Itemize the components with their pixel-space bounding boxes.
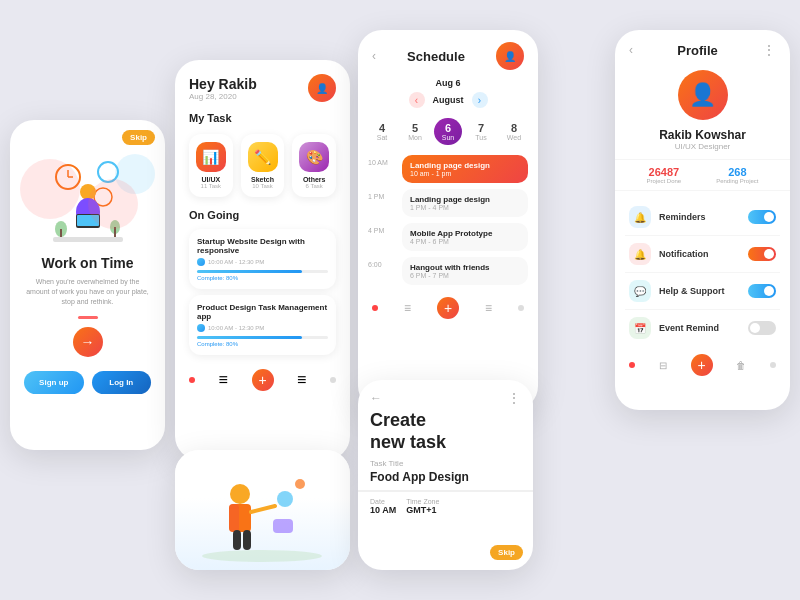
prev-month-button[interactable]: ‹ <box>409 92 425 108</box>
help-label: Help & Support <box>659 286 725 296</box>
task-card-sketch[interactable]: ✏️ Sketch 10 Task <box>241 134 285 197</box>
svg-line-18 <box>251 506 275 512</box>
ongoing-card-2[interactable]: Product Design Task Management app 10:00… <box>189 295 336 355</box>
uiux-label: UI/UX <box>195 176 227 183</box>
footer-red-dot <box>372 305 378 311</box>
task-date: Date 10 AM <box>370 498 396 515</box>
slot-card-mobile[interactable]: Mobile App Prototype 4 PM - 6 PM <box>402 223 528 251</box>
svg-rect-13 <box>53 237 123 242</box>
pending-projects-label: Pending Project <box>716 178 758 184</box>
progress-dot <box>78 316 98 319</box>
event-icon: 📅 <box>629 317 651 339</box>
date-7-tus[interactable]: 7 Tus <box>467 118 495 145</box>
footer-dot2 <box>518 305 524 311</box>
add-schedule-button[interactable]: + <box>437 297 459 319</box>
notification-label: Notification <box>659 249 709 259</box>
slot-10am: 10 AM Landing page design 10 am - 1 pm <box>368 155 528 183</box>
date-6-sun[interactable]: 6 Sun <box>434 118 462 145</box>
my-task-screen: Hey Rakib Aug 28, 2020 👤 My Task 📊 UI/UX… <box>175 60 350 460</box>
create-task-skip[interactable]: Skip <box>490 545 523 560</box>
signup-button[interactable]: Sign up <box>24 371 84 394</box>
help-support-row[interactable]: 💬 Help & Support <box>625 273 780 310</box>
schedule-screen: ‹ Schedule 👤 Aug 6 ‹ August › 4 Sat 5 Mo… <box>358 30 538 410</box>
illustration-screen <box>175 450 350 570</box>
svg-rect-23 <box>273 519 293 533</box>
event-toggle[interactable] <box>748 321 776 335</box>
help-icon: 💬 <box>629 280 651 302</box>
schedule-list: 10 AM Landing page design 10 am - 1 pm 1… <box>358 155 538 285</box>
notification-row[interactable]: 🔔 Notification <box>625 236 780 273</box>
hero-illustration <box>10 149 165 249</box>
time-1pm: 1 PM <box>368 189 396 200</box>
slot-card-hangout[interactable]: Hangout with friends 6 PM - 7 PM <box>402 257 528 285</box>
progress-bg-2 <box>197 336 328 339</box>
login-button[interactable]: Log In <box>92 371 152 394</box>
svg-rect-20 <box>243 530 251 550</box>
slot-card-landing-1[interactable]: Landing page design 10 am - 1 pm <box>402 155 528 183</box>
projects-done-value: 26487 <box>646 166 681 178</box>
slot-time-1: 10 am - 1 pm <box>410 170 520 177</box>
others-label: Others <box>298 176 330 183</box>
projects-done-label: Project Done <box>646 178 681 184</box>
user-avatar[interactable]: 👤 <box>308 74 336 102</box>
screen1-description: When you're overwhelmed by the amount of… <box>10 271 165 312</box>
svg-rect-17 <box>229 504 239 532</box>
slot-4pm: 4 PM Mobile App Prototype 4 PM - 6 PM <box>368 223 528 251</box>
svg-point-22 <box>295 479 305 489</box>
ongoing-card-1[interactable]: Startup Website Design with responsive 1… <box>189 229 336 289</box>
svg-point-21 <box>277 491 293 507</box>
work-on-time-screen: Skip Work on Time <box>10 120 165 450</box>
skip-button[interactable]: Skip <box>122 130 155 145</box>
footer-icon1: ⊟ <box>659 360 667 371</box>
profile-header: ‹ Profile ⋮ <box>615 30 790 62</box>
schedule-footer: ≡ + ≡ <box>358 291 538 325</box>
slot-card-landing-2[interactable]: Landing page design 1 PM - 4 PM <box>402 189 528 217</box>
reminders-row[interactable]: 🔔 Reminders <box>625 199 780 236</box>
profile-screen: ‹ Profile ⋮ 👤 Rakib Kowshar UI/UX Design… <box>615 30 790 410</box>
svg-point-15 <box>230 484 250 504</box>
others-count: 6 Task <box>298 183 330 189</box>
slot-time-3: 4 PM - 6 PM <box>410 238 520 245</box>
create-task-back[interactable]: ← <box>370 391 382 405</box>
date-5-mon[interactable]: 5 Mon <box>401 118 429 145</box>
slot-title-2: Landing page design <box>410 195 520 204</box>
schedule-header: ‹ Schedule 👤 <box>358 30 538 76</box>
help-toggle[interactable] <box>748 284 776 298</box>
task-card-others[interactable]: 🎨 Others 6 Task <box>292 134 336 197</box>
profile-stats: 26487 Project Done 268 Pending Project <box>615 159 790 191</box>
screen2-footer: ≡ + ≡ <box>175 361 350 399</box>
add-profile-button[interactable]: + <box>691 354 713 376</box>
notification-toggle[interactable] <box>748 247 776 261</box>
ongoing-section-title: On Going <box>175 203 350 223</box>
date-text: Aug 28, 2020 <box>189 92 257 101</box>
slot-time-2: 1 PM - 4 PM <box>410 204 520 211</box>
sketch-label: Sketch <box>247 176 279 183</box>
create-task-more[interactable]: ⋮ <box>507 390 521 406</box>
next-month-button[interactable]: › <box>472 92 488 108</box>
time-10am: 10 AM <box>368 155 396 166</box>
create-task-screen: ← ⋮ Create new task Task Title Food App … <box>358 380 533 570</box>
task-card-uiux[interactable]: 📊 UI/UX 11 Task <box>189 134 233 197</box>
profile-role: UI/UX Designer <box>615 142 790 151</box>
reminders-toggle[interactable] <box>748 210 776 224</box>
sketch-icon: ✏️ <box>248 142 278 172</box>
add-task-button[interactable]: + <box>252 369 274 391</box>
date-4-sat[interactable]: 4 Sat <box>368 118 396 145</box>
task-title-value: Food App Design <box>358 470 533 492</box>
slot-title-3: Mobile App Prototype <box>410 229 520 238</box>
profile-menu: 🔔 Reminders 🔔 Notification 💬 Help & Supp… <box>615 199 790 346</box>
footer-icon2: 🗑 <box>736 360 746 371</box>
date-8-wed[interactable]: 8 Wed <box>500 118 528 145</box>
screen2-header: Hey Rakib Aug 28, 2020 👤 <box>175 60 350 108</box>
schedule-avatar[interactable]: 👤 <box>496 42 524 70</box>
event-remind-row[interactable]: 📅 Event Remind <box>625 310 780 346</box>
slot-6pm: 6:00 Hangout with friends 6 PM - 7 PM <box>368 257 528 285</box>
more-options-button[interactable]: ⋮ <box>762 42 776 58</box>
next-button[interactable]: → <box>73 327 103 357</box>
progress-label-1: Complete: 80% <box>197 275 328 281</box>
task-meta: Date 10 AM Time Zone GMT+1 <box>358 492 533 521</box>
time-text-2: 10:00 AM - 12:30 PM <box>208 325 264 331</box>
slot-title-1: Landing page design <box>410 161 520 170</box>
task-cards-row: 📊 UI/UX 11 Task ✏️ Sketch 10 Task 🎨 Othe… <box>175 128 350 203</box>
timezone-value: GMT+1 <box>406 505 439 515</box>
